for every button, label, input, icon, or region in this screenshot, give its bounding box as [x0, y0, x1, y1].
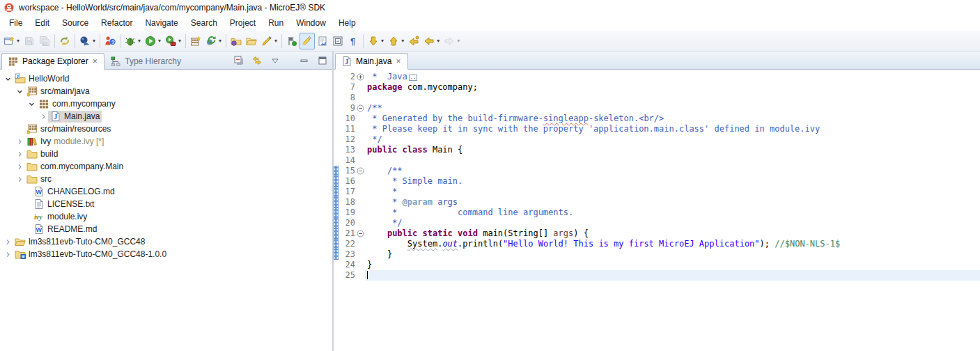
fold-collapse-icon[interactable]: [355, 228, 365, 239]
line-number[interactable]: 14: [339, 155, 355, 166]
menu-search[interactable]: Search: [185, 16, 224, 30]
code-editor[interactable]: 2 * Java..7package com.mycompany;89/**10…: [334, 70, 980, 351]
editor-tab-main-java[interactable]: JMain.java✕: [335, 53, 408, 70]
line-number[interactable]: 22: [339, 239, 355, 249]
support-button[interactable]: ?: [102, 33, 118, 49]
code-text[interactable]: }: [365, 260, 980, 270]
tree-item-body[interactable]: src/main/resources: [24, 123, 113, 135]
code-text[interactable]: [365, 93, 980, 103]
code-text[interactable]: System.out.println("Hello World! This is…: [365, 239, 980, 249]
new-java-project-button[interactable]: [188, 33, 203, 49]
line-number[interactable]: 16: [339, 176, 355, 187]
line-number[interactable]: 18: [339, 197, 355, 208]
line-number[interactable]: 19: [339, 208, 355, 218]
run-button[interactable]: ▾: [143, 33, 163, 49]
next-change-button[interactable]: [284, 33, 300, 49]
line-number[interactable]: 24: [339, 260, 355, 270]
microej-build-dropdown[interactable]: ▾: [93, 38, 95, 44]
code-text[interactable]: [365, 270, 980, 281]
tree-item-body[interactable]: JHelloWorld: [13, 73, 71, 85]
line-number[interactable]: 15: [339, 166, 355, 176]
code-text[interactable]: * Generated by the build-firmware-single…: [365, 114, 980, 124]
menu-window[interactable]: Window: [290, 16, 332, 30]
line-number[interactable]: 23: [339, 249, 355, 260]
back-button[interactable]: ▾: [421, 33, 442, 49]
view-menu-button[interactable]: [268, 54, 282, 68]
open-folder-button[interactable]: [244, 33, 259, 49]
code-text[interactable]: public class Main {: [365, 145, 980, 155]
debug-dropdown[interactable]: ▾: [138, 38, 141, 44]
code-line-23[interactable]: 23 }: [334, 249, 980, 260]
resolve-button[interactable]: ▾: [203, 33, 224, 49]
last-edit-location-button[interactable]: [406, 33, 421, 49]
tree-item-body[interactable]: WCHANGELOG.md: [31, 186, 117, 198]
code-line-21[interactable]: 21 public static void main(String[] args…: [334, 228, 980, 239]
code-line-19[interactable]: 19 * command line arguments.: [334, 208, 980, 218]
close-icon[interactable]: ✕: [395, 57, 402, 65]
tree-item-body[interactable]: build: [24, 148, 60, 160]
chevron-right-icon[interactable]: [15, 163, 24, 171]
line-number[interactable]: 17: [339, 187, 355, 197]
line-number[interactable]: 21: [339, 228, 355, 239]
tree-item-module-ivy[interactable]: ivymodule.ivy: [0, 210, 332, 223]
tree-item-helloworld[interactable]: JHelloWorld: [0, 72, 332, 85]
tree-item-body[interactable]: src/main/java: [24, 86, 92, 98]
code-text[interactable]: public static void main(String[] args) {: [365, 228, 980, 239]
tree-item-body[interactable]: JMain.java: [48, 111, 102, 123]
tree-item-body[interactable]: src: [24, 173, 54, 185]
tree-item-changelog-md[interactable]: WCHANGELOG.md: [0, 185, 332, 198]
menu-project[interactable]: Project: [224, 16, 262, 30]
line-number[interactable]: 20: [339, 218, 355, 228]
close-icon[interactable]: ✕: [92, 57, 99, 65]
code-text[interactable]: * Java..: [365, 72, 980, 82]
tree-item-build[interactable]: build: [0, 148, 332, 160]
maximize-button[interactable]: [316, 54, 329, 68]
collapse-all-button[interactable]: [232, 54, 246, 68]
tree-item-body[interactable]: Ivy module.ivy [*]: [24, 136, 106, 148]
code-line-12[interactable]: 12 */: [334, 134, 980, 145]
tree-item-license-txt[interactable]: LICENSE.txt: [0, 198, 332, 210]
external-tools-dropdown[interactable]: ▾: [178, 38, 181, 44]
code-text[interactable]: */: [365, 134, 980, 145]
fold-expand-icon[interactable]: [355, 72, 365, 82]
line-number[interactable]: 7: [339, 82, 355, 93]
code-text[interactable]: * @param args: [365, 197, 980, 208]
tree-item-body[interactable]: LICENSE.txt: [31, 198, 96, 210]
code-line-20[interactable]: 20 */: [334, 218, 980, 228]
menu-run[interactable]: Run: [262, 16, 290, 30]
line-number[interactable]: 8: [339, 93, 355, 103]
code-line-24[interactable]: 24}: [334, 260, 980, 270]
line-number[interactable]: 9: [339, 103, 355, 114]
show-whitespace-button[interactable]: ¶: [345, 33, 361, 49]
tree-item-readme-md[interactable]: WREADME.md: [0, 223, 332, 235]
tree-item-src-main-java[interactable]: src/main/java: [0, 85, 332, 98]
code-line-15[interactable]: 15 /**: [334, 166, 980, 176]
tree-item-body[interactable]: lm3s811evb-Tuto-CM0_GCC48-1.0.0: [13, 249, 169, 260]
code-line-2[interactable]: 2 * Java..: [334, 72, 980, 82]
show-source-button[interactable]: [330, 33, 345, 49]
menu-file[interactable]: File: [3, 16, 29, 30]
menu-navigate[interactable]: Navigate: [139, 16, 184, 30]
code-text[interactable]: */: [365, 218, 980, 228]
next-annotation-button[interactable]: ▾: [366, 33, 386, 49]
line-number[interactable]: 25: [339, 270, 355, 281]
run-dropdown[interactable]: ▾: [158, 38, 161, 44]
tree-item-body[interactable]: lm3s811evb-Tuto-CM0_GCC48: [13, 236, 147, 248]
tree-item-main-java[interactable]: JMain.java: [0, 110, 332, 123]
chevron-right-icon[interactable]: [3, 251, 13, 258]
code-text[interactable]: *: [365, 187, 980, 197]
previous-annotation-dropdown[interactable]: ▾: [401, 38, 404, 44]
external-tools-button[interactable]: ▾: [163, 33, 183, 49]
tree-item-body[interactable]: com.mycompany.Main: [24, 161, 125, 173]
code-line-18[interactable]: 18 * @param args: [334, 197, 980, 208]
tree-item-body[interactable]: WREADME.md: [31, 224, 99, 235]
code-line-9[interactable]: 9/**: [334, 103, 980, 114]
view-tab-type-hierarchy[interactable]: Type Hierarchy: [104, 53, 187, 69]
menu-refactor[interactable]: Refactor: [95, 16, 139, 30]
tree-item-com-mycompany[interactable]: com.mycompany: [0, 98, 332, 110]
mark-occurrences-button[interactable]: [300, 33, 315, 49]
tree-item-src-main-resources[interactable]: src/main/resources: [0, 123, 332, 135]
code-text[interactable]: }: [365, 249, 980, 260]
refresh-button[interactable]: [57, 33, 72, 49]
line-number[interactable]: 11: [339, 124, 355, 134]
